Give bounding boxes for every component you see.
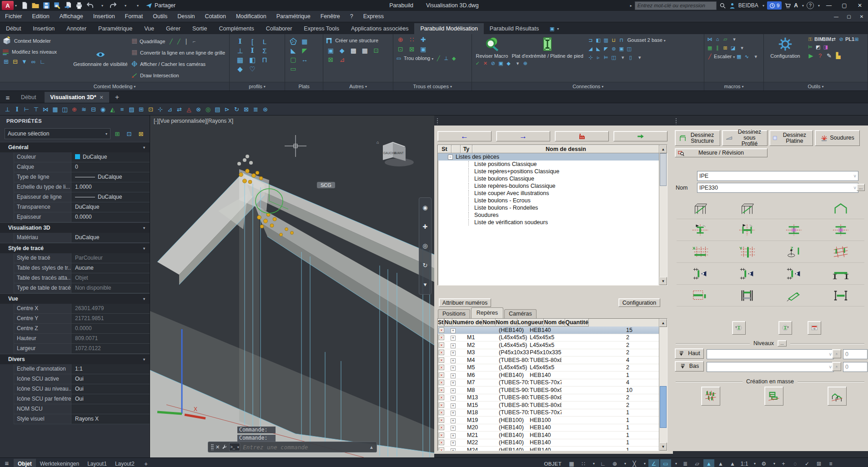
create-structure-button[interactable]: Créer une structure (325, 35, 391, 45)
workspace-gear-icon[interactable]: ⚙ (758, 459, 769, 467)
export-icon[interactable] (63, 1, 73, 10)
dashed-beam-icon[interactable] (677, 285, 723, 306)
tree-scrollbar[interactable]: ▲ ▼ (659, 145, 667, 285)
grid-skew-icon[interactable] (818, 241, 864, 263)
macro-caret-icon[interactable]: ▾ (514, 60, 521, 67)
parts-column-header[interactable]: Nom de (544, 319, 565, 326)
undo-icon[interactable] (85, 1, 95, 10)
plate-rect-icon[interactable]: ▢ (288, 55, 299, 64)
user-caret-icon[interactable]: ▾ (763, 4, 764, 8)
drawing-tree-item[interactable]: Liste boulons - Ecrous (438, 197, 667, 204)
command-prompt-icon[interactable]: >_ ▾ (229, 443, 240, 451)
help-caret-icon[interactable]: ▾ (818, 4, 820, 8)
parts-table-row[interactable]: × + M8 (TUBES-90x9 TUBES-90x90 10 (438, 387, 667, 394)
ribbon-display-toggle-icon[interactable]: ▣▾ (548, 25, 559, 34)
annotation-scale-value[interactable]: 1:1 (739, 459, 750, 467)
parts-table-row[interactable]: × + M24 (HEB140) HEB140 1 (438, 447, 667, 451)
conn-weld1-icon[interactable]: ⊹ (587, 54, 594, 61)
draw-under-profile-button[interactable]: Dessinez sous Profilé (722, 130, 768, 146)
section-header-vue[interactable]: Vue▾ (0, 293, 150, 304)
snap-caret-icon[interactable]: ▾ (591, 459, 597, 467)
measure-revision-button[interactable]: Mesure / Révision (675, 148, 768, 157)
parts-table-row[interactable]: × + M21 (HEB140) HEB140 1 (438, 432, 667, 439)
plate-flat-icon[interactable]: ▭ (288, 65, 299, 73)
parts-table-row[interactable]: × + M3 (P45x10x335 P45x10x335 2 (438, 349, 667, 357)
panel-label-trous[interactable]: Trous et coupes▾ (393, 82, 472, 90)
app-menu-caret-icon[interactable]: ▾ (15, 4, 17, 8)
draw-structure-button[interactable]: Dessinez Structure (675, 130, 720, 146)
section-header-visualisation-3d[interactable]: Visualisation 3D▾ (0, 222, 150, 233)
conn-corner2-icon[interactable]: ◣ (595, 45, 602, 52)
cut-fill-icon[interactable]: ▣ (418, 45, 429, 54)
mesh2-icon[interactable]: ▦ (735, 53, 743, 60)
qat-customize-icon[interactable]: ▾ (133, 1, 143, 10)
new-layout-button[interactable]: ＋ (139, 458, 154, 467)
drawing-tree-item[interactable]: Liste boulons - Rondelles (438, 204, 667, 211)
filter-icon[interactable]: ▼ (20, 57, 29, 66)
hole-plus-icon[interactable]: ✚ (418, 35, 429, 44)
mirror-icon[interactable]: ◨ (822, 43, 829, 50)
draw-intersection-button[interactable]: Draw Intersection (131, 70, 227, 81)
conn-ring-icon[interactable]: ⊜ (610, 45, 617, 52)
menu-item[interactable]: ? (345, 13, 358, 20)
cage-icon[interactable]: ⊞ (722, 44, 729, 51)
quadrillage-button[interactable]: Quadrillage (131, 38, 165, 45)
grid-dim-icon[interactable]: ⌐ (191, 38, 198, 45)
menu-item[interactable]: Fenêtre (316, 13, 345, 20)
pb-frame-icon[interactable]: ⊞ (136, 105, 146, 114)
file-tab[interactable]: Début (15, 92, 45, 103)
sloped-plate-icon[interactable] (771, 285, 818, 306)
isodraft-icon[interactable]: ╳ (629, 459, 640, 467)
pb-sheet-icon[interactable]: ▤ (213, 105, 222, 114)
ribbon-tab[interactable]: Applications associées (345, 23, 414, 34)
prev-drawing-button[interactable]: ← (437, 131, 492, 141)
layout-tabs-menu-icon[interactable]: ≡ (0, 459, 14, 467)
vertical-line-icon[interactable]: │ (183, 38, 190, 45)
parts-column-header[interactable]: Nu (445, 319, 453, 326)
pb-sync-icon[interactable]: ↻ (232, 105, 241, 114)
pb-grid-icon[interactable]: ▦ (50, 105, 60, 114)
grid-3d-pen2-icon[interactable]: ╱ (175, 38, 182, 45)
share-button[interactable]: Partager (146, 2, 176, 9)
grid-x-icon[interactable] (677, 241, 723, 263)
pb-plate-icon[interactable]: ◫ (60, 105, 70, 114)
ribbon-tab[interactable]: Vue (138, 23, 160, 34)
isodraft-caret-icon[interactable]: ▾ (642, 459, 647, 467)
play-icon[interactable]: ▶ (807, 51, 815, 60)
axes-check-icon[interactable]: ∟ (38, 57, 47, 66)
beam-star-t-icon[interactable] (818, 219, 864, 241)
menu-item[interactable]: Express (358, 13, 389, 20)
search-icon[interactable] (719, 2, 726, 9)
panel-label-autres[interactable]: Autres▾ (323, 82, 393, 90)
steering-wheel-icon[interactable]: ◉ (422, 204, 427, 211)
pb-eye-icon[interactable]: ◉ (98, 105, 108, 114)
plane-icon[interactable]: ◪ (729, 44, 737, 51)
binoculars-icon[interactable]: ∞ (29, 57, 38, 66)
polar-caret-icon[interactable]: ▾ (622, 459, 628, 467)
profile-i2-icon[interactable]: I (246, 46, 258, 55)
pb-clash-icon[interactable]: ⊗ (194, 105, 203, 114)
transparency-icon[interactable]: ▱ (692, 459, 702, 467)
app-store-cart-icon[interactable] (784, 2, 791, 9)
polar-tracking-icon[interactable]: ⊕ (609, 459, 620, 467)
hole-center-icon[interactable]: ⊕ (395, 35, 406, 44)
window-scale-icon[interactable]: ⊞ (2, 57, 10, 66)
command-close-icon[interactable]: ✕ (216, 444, 220, 450)
conn-col-icon[interactable]: ◫ (610, 54, 617, 61)
pb-list-icon[interactable]: ≣ (251, 105, 261, 114)
portal-frame-brace2-icon[interactable] (723, 197, 770, 219)
model-space-label[interactable]: OBJET (544, 461, 562, 467)
section-header-divers[interactable]: Divers▾ (0, 354, 150, 364)
pb-meas-icon[interactable]: ≡ (117, 105, 127, 114)
ribbon-tab[interactable]: Parabuild Résultats (484, 23, 545, 34)
macro-box-icon[interactable]: ▣ (497, 60, 504, 67)
chart-icon[interactable]: ▙ (834, 51, 843, 60)
profile-sigma-icon[interactable]: Σ (259, 46, 271, 55)
conn-seat-icon[interactable]: ⊔ (610, 36, 617, 44)
ribbon-tab[interactable]: Collaborer (260, 23, 298, 34)
anchor-left-icon[interactable]: ⊡ (371, 46, 381, 55)
view-beam3-icon[interactable] (771, 263, 818, 285)
layout-tab[interactable]: Layout2 (111, 459, 139, 467)
table-scrollbar[interactable]: ▲ ▼ (659, 319, 667, 451)
pencil-icon[interactable]: ✎ (825, 51, 833, 60)
